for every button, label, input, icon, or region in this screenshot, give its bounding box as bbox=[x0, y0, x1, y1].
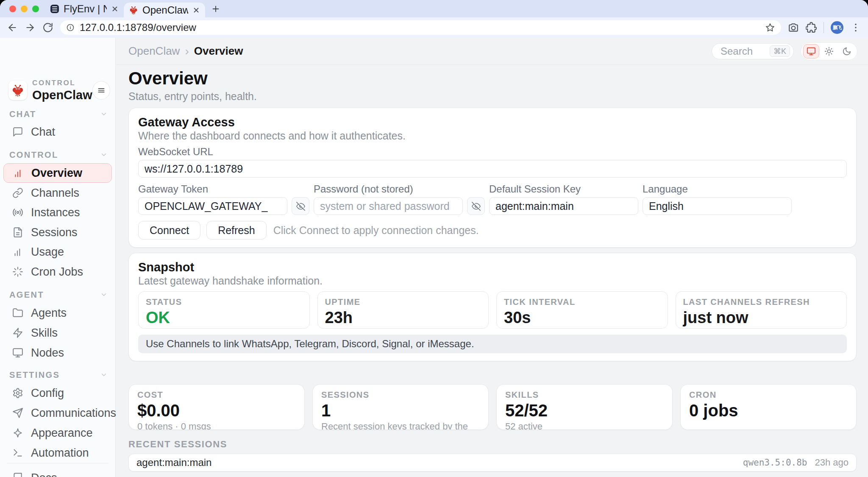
url-text[interactable]: 127.0.0.1:18789/overview bbox=[80, 22, 760, 33]
stat-status: STATUS OK bbox=[138, 291, 310, 329]
bar-chart-icon bbox=[12, 246, 23, 257]
metric-label: SKILLS bbox=[505, 391, 664, 399]
eye-off-icon bbox=[472, 202, 481, 211]
forward-icon[interactable] bbox=[25, 22, 36, 33]
gear-icon bbox=[12, 388, 23, 399]
loader-icon bbox=[12, 266, 23, 277]
sidebar-item-chat[interactable]: Chat bbox=[3, 122, 112, 142]
openclaw-logo bbox=[8, 81, 27, 100]
back-icon[interactable] bbox=[7, 22, 18, 33]
new-tab-button[interactable] bbox=[209, 3, 222, 15]
refresh-button[interactable]: Refresh bbox=[206, 221, 267, 240]
theme-system-button[interactable] bbox=[803, 44, 819, 59]
fullscreen-window-button[interactable] bbox=[32, 6, 39, 12]
connect-button[interactable]: Connect bbox=[138, 221, 200, 240]
sidebar-collapse-button[interactable] bbox=[92, 81, 110, 100]
breadcrumb-current: Overview bbox=[194, 45, 243, 58]
browser-menu-icon[interactable] bbox=[850, 22, 861, 33]
browser-toolbar: 127.0.0.1:18789/overview 鹏飞 bbox=[0, 17, 868, 38]
sidebar-item-cron-jobs[interactable]: Cron Jobs bbox=[3, 262, 112, 282]
websocket-url-input[interactable] bbox=[138, 160, 847, 178]
language-label: Language bbox=[643, 184, 792, 195]
theme-light-button[interactable] bbox=[821, 44, 837, 59]
sidebar-section-control[interactable]: CONTROL bbox=[9, 150, 108, 160]
screenshot-camera-icon[interactable] bbox=[788, 22, 799, 33]
minimize-window-button[interactable] bbox=[21, 6, 28, 12]
sidebar-item-config[interactable]: Config bbox=[3, 383, 112, 403]
sidebar-item-appearance[interactable]: Appearance bbox=[3, 423, 112, 443]
tab-title: FlyEnv | Native PHP & Node.js bbox=[64, 3, 107, 15]
browser-tab-strip: FlyEnv | Native PHP & Node.js OpenClaw C… bbox=[0, 0, 868, 17]
site-info-icon[interactable] bbox=[66, 23, 75, 32]
page-title: Overview bbox=[128, 69, 857, 88]
sidebar-item-channels[interactable]: Channels bbox=[3, 183, 112, 203]
reload-icon[interactable] bbox=[42, 22, 53, 33]
breadcrumb-separator: › bbox=[185, 45, 189, 58]
stat-last-channels-refresh: LAST CHANNELS REFRESH just now bbox=[676, 291, 847, 329]
sidebar-item-nodes[interactable]: Nodes bbox=[3, 343, 112, 363]
sidebar-item-skills[interactable]: Skills bbox=[3, 323, 112, 343]
brand-kicker: CONTROL bbox=[32, 79, 92, 87]
search-placeholder: Search bbox=[721, 45, 753, 57]
sidebar: CONTROL OpenClaw CHAT Chat CONTROL Overv… bbox=[0, 38, 116, 477]
bar-chart-icon bbox=[13, 167, 24, 179]
browser-tab-flyenv[interactable]: FlyEnv | Native PHP & Node.js bbox=[45, 0, 124, 17]
extensions-puzzle-icon[interactable] bbox=[806, 22, 817, 33]
sidebar-item-overview[interactable]: Overview bbox=[3, 163, 112, 183]
metric-label: COST bbox=[137, 391, 296, 399]
link-icon bbox=[12, 187, 23, 198]
sidebar-item-label: Config bbox=[31, 387, 64, 400]
send-icon bbox=[12, 407, 23, 418]
profile-avatar[interactable]: 鹏飞 bbox=[831, 21, 843, 34]
sidebar-item-label: Chat bbox=[31, 126, 55, 139]
browser-tab-openclaw[interactable]: OpenClaw Control bbox=[124, 3, 205, 17]
chevron-down-icon bbox=[100, 110, 108, 118]
theme-dark-button[interactable] bbox=[839, 44, 855, 59]
password-input[interactable] bbox=[314, 197, 463, 215]
metric-subtext: 52 active bbox=[505, 421, 664, 430]
sidebar-item-sessions[interactable]: Sessions bbox=[3, 223, 112, 242]
sidebar-section-agent[interactable]: AGENT bbox=[9, 290, 108, 300]
close-icon[interactable] bbox=[111, 5, 119, 13]
address-bar[interactable]: 127.0.0.1:18789/overview bbox=[60, 20, 781, 35]
close-icon[interactable] bbox=[192, 6, 200, 14]
session-age: 23h ago bbox=[815, 457, 849, 468]
folder-icon bbox=[12, 307, 23, 318]
recent-sessions-heading: RECENT SESSIONS bbox=[128, 439, 857, 450]
breadcrumb-root[interactable]: OpenClaw bbox=[128, 45, 180, 58]
monitor-icon bbox=[807, 47, 816, 56]
sidebar-item-label: Sessions bbox=[31, 226, 78, 239]
sparkle-icon bbox=[12, 427, 23, 438]
sidebar-item-label: Automation bbox=[31, 446, 89, 460]
sidebar-item-automation[interactable]: Automation bbox=[3, 443, 112, 463]
sidebar-item-communications[interactable]: Communications bbox=[3, 403, 112, 423]
close-window-button[interactable] bbox=[9, 6, 16, 12]
bookmark-star-icon[interactable] bbox=[765, 22, 775, 33]
toggle-password-visibility-button[interactable] bbox=[467, 197, 485, 215]
session-key-input[interactable] bbox=[489, 197, 638, 215]
sidebar-section-chat[interactable]: CHAT bbox=[9, 109, 108, 119]
sidebar-item-instances[interactable]: Instances bbox=[3, 203, 112, 222]
section-label: AGENT bbox=[9, 290, 44, 300]
sidebar-item-label: Nodes bbox=[31, 346, 64, 360]
sidebar-item-usage[interactable]: Usage bbox=[3, 242, 112, 262]
brand-name: OpenClaw bbox=[32, 88, 92, 102]
gateway-token-label: Gateway Token bbox=[138, 184, 287, 195]
session-row[interactable]: agent:main:main qwen3.5:0.8b 23h ago bbox=[128, 454, 857, 471]
sidebar-section-settings[interactable]: SETTINGS bbox=[9, 370, 108, 380]
language-input[interactable] bbox=[643, 197, 792, 215]
stat-label: TICK INTERVAL bbox=[504, 297, 660, 307]
search-input[interactable]: Search ⌘K bbox=[712, 43, 794, 59]
hamburger-menu-icon bbox=[97, 86, 106, 95]
monitor-icon bbox=[12, 347, 23, 358]
chevron-down-icon bbox=[100, 291, 108, 298]
gateway-token-input[interactable] bbox=[138, 197, 287, 215]
file-icon bbox=[12, 227, 23, 238]
session-key: agent:main:main bbox=[136, 457, 211, 469]
sidebar-item-agents[interactable]: Agents bbox=[3, 303, 112, 323]
sidebar-item-label: Channels bbox=[31, 187, 79, 200]
moon-icon bbox=[842, 47, 851, 56]
breadcrumb: OpenClaw › Overview bbox=[128, 45, 243, 58]
toggle-token-visibility-button[interactable] bbox=[292, 197, 309, 215]
sidebar-item-docs[interactable]: Docs bbox=[3, 468, 112, 477]
